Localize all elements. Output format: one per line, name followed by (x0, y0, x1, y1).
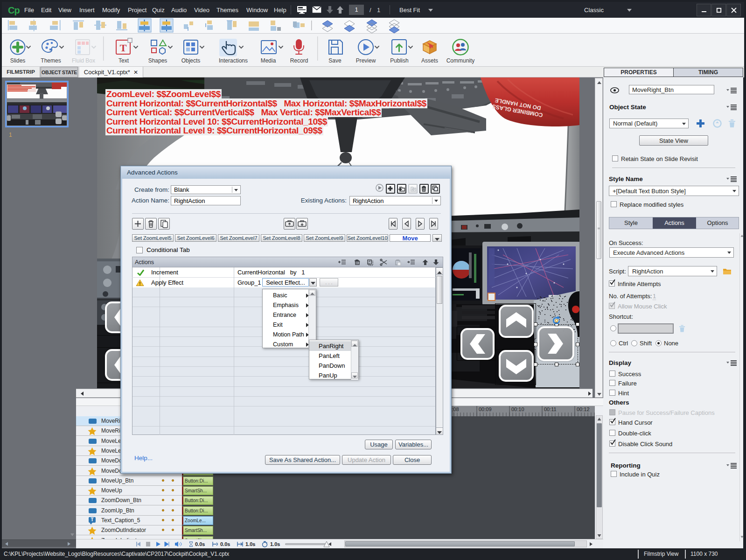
svg-text:00:10: 00:10 (511, 406, 524, 412)
svg-text:00:11: 00:11 (544, 406, 557, 412)
svg-text:00:12: 00:12 (577, 406, 590, 412)
svg-text:T: T (120, 42, 127, 54)
svg-text:00:09: 00:09 (479, 406, 492, 412)
